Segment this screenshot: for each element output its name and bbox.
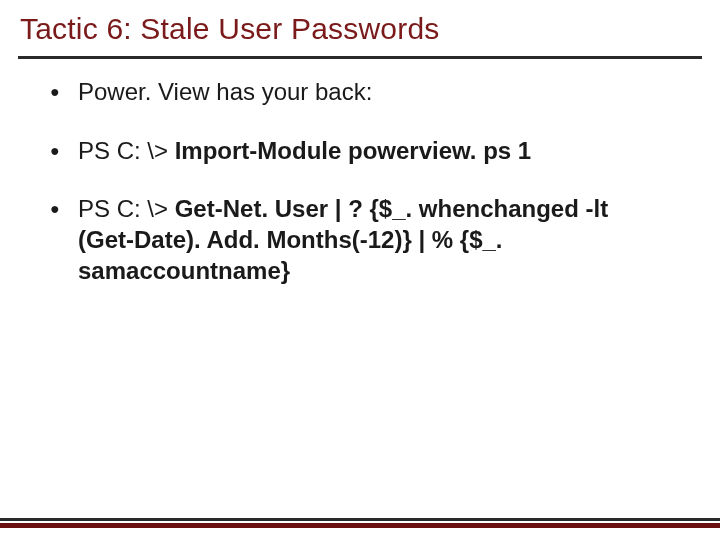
cmd1-prefix: PS C: \> xyxy=(78,137,175,164)
cmd1-command: Import-Module powerview. ps 1 xyxy=(175,137,531,164)
footer-divider xyxy=(0,518,720,528)
bullet-intro: Power. View has your back: xyxy=(50,77,680,108)
slide: Tactic 6: Stale User Passwords Power. Vi… xyxy=(0,0,720,540)
slide-title: Tactic 6: Stale User Passwords xyxy=(20,12,700,46)
bullet-intro-text: Power. View has your back: xyxy=(78,78,372,105)
title-area: Tactic 6: Stale User Passwords xyxy=(0,0,720,52)
cmd2-prefix: PS C: \> xyxy=(78,195,175,222)
bullet-cmd2: PS C: \> Get-Net. User | ? {$_. whenchan… xyxy=(50,194,680,286)
content-area: Power. View has your back: PS C: \> Impo… xyxy=(0,59,720,540)
cmd2-command-line2: (Get-Date). Add. Months(-12)} | % {$_. s… xyxy=(78,226,503,284)
bullet-list: Power. View has your back: PS C: \> Impo… xyxy=(50,77,680,287)
bullet-cmd1: PS C: \> Import-Module powerview. ps 1 xyxy=(50,136,680,167)
cmd2-command-line1: Get-Net. User | ? {$_. whenchanged -lt xyxy=(175,195,608,222)
